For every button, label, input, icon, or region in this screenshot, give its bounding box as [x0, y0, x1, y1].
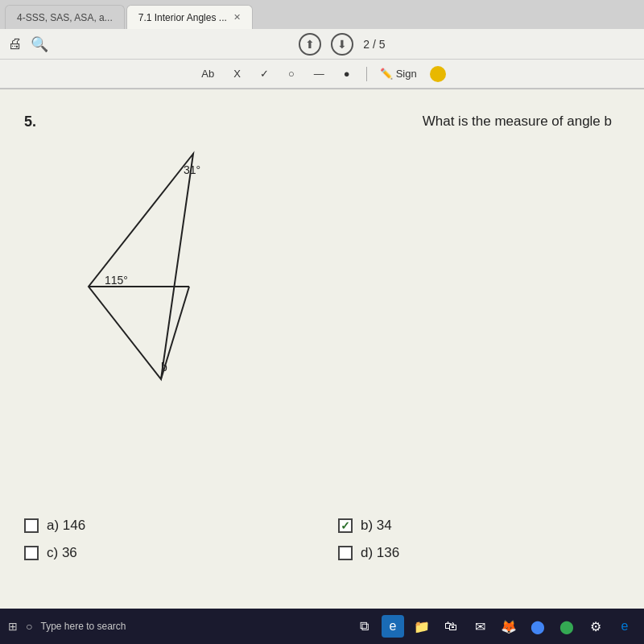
svg-marker-0: [89, 154, 193, 379]
toolbar-center: ⬆ ⬇ 2 / 5: [48, 33, 636, 56]
checkmark-icon: ✓: [341, 519, 350, 532]
tab-close-icon[interactable]: ✕: [233, 12, 241, 23]
taskbar-store-icon[interactable]: 🛍: [440, 615, 462, 638]
tab-sss[interactable]: 4-SSS, SAS, ASA, a...: [5, 5, 125, 29]
taskbar-folder-icon[interactable]: 📁: [411, 615, 433, 638]
checkbox-c[interactable]: [24, 546, 39, 560]
taskbar-chrome2-icon[interactable]: ⬤: [555, 615, 578, 638]
question-number: 5.: [24, 114, 36, 130]
taskbar-task-view[interactable]: ⧉: [353, 615, 375, 638]
page-content: 5. What is the measure of angle b 31° 11…: [0, 89, 644, 609]
down-arrow-icon: ⬇: [337, 38, 347, 51]
page-separator: /: [373, 38, 376, 51]
dot-tool[interactable]: ●: [341, 66, 353, 81]
answer-c-row[interactable]: c) 36: [24, 545, 306, 561]
cortana-search-icon[interactable]: ○: [26, 620, 32, 633]
tab-bar: 4-SSS, SAS, ASA, a... 7.1 Interior Angle…: [0, 0, 644, 29]
angle3-label: b: [161, 361, 167, 374]
tab-interior-angles[interactable]: 7.1 Interior Angles ... ✕: [126, 5, 253, 29]
taskbar-search-text: Type here to search: [40, 621, 126, 632]
taskbar-search[interactable]: Type here to search: [40, 621, 126, 632]
page-current: 2: [363, 38, 369, 51]
taskbar-firefox-icon[interactable]: 🦊: [497, 615, 520, 638]
taskbar-settings-icon[interactable]: ⚙: [584, 615, 607, 638]
answer-b-label: b) 34: [361, 518, 392, 534]
answer-a-row[interactable]: a) 146: [24, 518, 306, 534]
check-tool[interactable]: ✓: [257, 66, 272, 81]
angle1-label: 31°: [184, 163, 200, 176]
taskbar-edge2-icon[interactable]: e: [613, 615, 636, 638]
answer-c-label: c) 36: [47, 545, 77, 561]
tab-interior-angles-label: 7.1 Interior Angles ...: [138, 12, 227, 23]
print-icon[interactable]: 🖨: [8, 35, 23, 52]
taskbar-chrome1-icon[interactable]: ⬤: [526, 615, 549, 638]
triangle-svg: 31° 115° b: [64, 146, 250, 403]
checkbox-d[interactable]: [338, 546, 353, 560]
question-text: What is the measure of angle b: [423, 114, 612, 130]
toolbar-divider: [366, 67, 367, 81]
scroll-up-button[interactable]: ⬆: [299, 33, 321, 56]
tab-sss-label: 4-SSS, SAS, ASA, a...: [17, 12, 113, 23]
checkbox-b[interactable]: ✓: [338, 518, 353, 533]
checkbox-a[interactable]: [24, 518, 39, 533]
taskbar-mail-icon[interactable]: ✉: [469, 615, 491, 638]
triangle-diagram: 31° 115° b: [64, 146, 250, 407]
page-indicator: 2 / 5: [363, 38, 385, 51]
main-toolbar: 🖨 🔍 ⬆ ⬇ 2 / 5: [0, 29, 644, 60]
answer-b-row[interactable]: ✓ b) 34: [338, 518, 620, 534]
annotation-toolbar: Ab X ✓ ○ — ● ✏️ Sign: [0, 60, 644, 89]
taskbar-edge-icon[interactable]: e: [382, 615, 404, 638]
answer-d-row[interactable]: d) 136: [338, 545, 620, 561]
taskbar-icons: ⧉ e 📁 🛍 ✉ 🦊 ⬤ ⬤ ⚙ e: [353, 615, 636, 638]
scroll-down-button[interactable]: ⬇: [331, 33, 353, 56]
text-tool[interactable]: Ab: [198, 66, 217, 81]
angle2-label: 115°: [105, 274, 128, 287]
answers-area: a) 146 ✓ b) 34 c) 36 d) 136: [24, 518, 620, 561]
answer-d-label: d) 136: [361, 545, 399, 561]
up-arrow-icon: ⬆: [305, 38, 315, 51]
circle-tool[interactable]: ○: [285, 66, 298, 81]
search-icon[interactable]: 🔍: [31, 35, 48, 53]
taskbar: ⊞ ○ Type here to search ⧉ e 📁 🛍 ✉ 🦊 ⬤ ⬤ …: [0, 609, 644, 644]
answer-a-label: a) 146: [47, 518, 85, 534]
page-total: 5: [379, 38, 386, 51]
windows-icon[interactable]: ⊞: [8, 620, 18, 633]
sign-icon: ✏️: [380, 68, 393, 80]
dash-tool[interactable]: —: [311, 66, 328, 81]
browser-chrome: 4-SSS, SAS, ASA, a... 7.1 Interior Angle…: [0, 0, 644, 89]
toolbar-left: 🖨 🔍: [8, 35, 48, 53]
sign-button[interactable]: ✏️ Sign: [380, 68, 417, 80]
cross-tool[interactable]: X: [230, 66, 244, 81]
color-dot[interactable]: [430, 66, 446, 82]
sign-label: Sign: [396, 68, 417, 80]
